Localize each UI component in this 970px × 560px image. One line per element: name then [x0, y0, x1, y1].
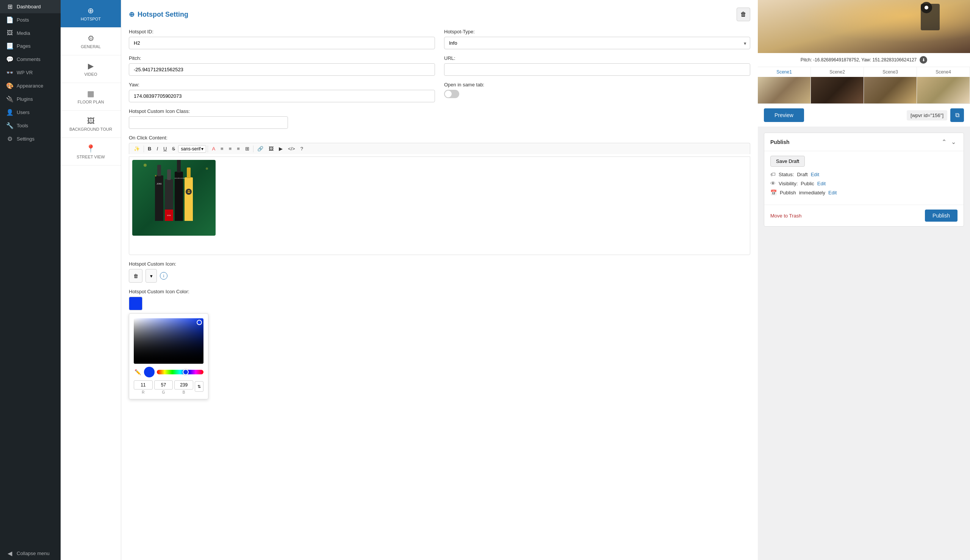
eyedropper-button[interactable]: ✏️ — [134, 368, 142, 376]
sidebar-item-collapse[interactable]: ◀ Collapse menu — [0, 547, 61, 560]
sec-sidebar-street-view[interactable]: 📍 STREET VIEW — [61, 138, 121, 165]
publish-panel: Publish ⌃ ⌄ Save Draft 🏷 Status: Draft E… — [764, 133, 964, 227]
bottle-3: BOURGOGNE — [175, 172, 183, 221]
open-same-tab-toggle[interactable] — [444, 90, 459, 98]
delete-icon: 🗑 — [740, 11, 747, 18]
scene-tab-4[interactable]: Scene4 — [917, 67, 970, 103]
sidebar-item-pages[interactable]: 📃 Pages — [0, 39, 61, 53]
color-circle-preview — [144, 367, 155, 377]
rte-align-btn[interactable]: ≡ — [235, 145, 242, 153]
rte-bullet-btn[interactable]: ≡ — [218, 145, 226, 153]
floor-plan-nav-icon: ▦ — [87, 89, 94, 98]
sec-sidebar-floor-plan[interactable]: ▦ FLOOR PLAN — [61, 83, 121, 111]
rainbow-slider[interactable] — [157, 370, 203, 374]
sidebar-item-posts[interactable]: 📄 Posts — [0, 13, 61, 27]
icon-info-button[interactable]: i — [160, 272, 167, 280]
sec-sidebar-background-tour[interactable]: 🖼 BACKGROUND TOUR — [61, 111, 121, 138]
rte-color-btn[interactable]: A — [210, 145, 217, 153]
delete-hotspot-button[interactable]: 🗑 — [737, 8, 750, 21]
scene-thumb-1 — [758, 77, 810, 103]
rte-link-btn[interactable]: 🔗 — [255, 145, 266, 153]
publish-collapse-up-button[interactable]: ⌃ — [940, 138, 948, 146]
rgb-switch-button[interactable]: ⇅ — [195, 381, 203, 392]
custom-icon-label: Hotspot Custom Icon: — [129, 261, 750, 267]
hotspot-type-select-wrapper: Info Link Custom — [444, 37, 750, 49]
color-swatch[interactable] — [129, 297, 142, 310]
sec-sidebar-general[interactable]: ⚙ GENERAL — [61, 28, 121, 55]
sidebar-item-wpvr[interactable]: 👓 WP VR — [0, 66, 61, 79]
sidebar-item-comments[interactable]: 💬 Comments — [0, 53, 61, 66]
sidebar-item-settings[interactable]: ⚙ Settings — [0, 132, 61, 145]
hotspot-panel: ⊕ Hotspot Setting 🗑 Hotspot ID: Hotspot-… — [121, 0, 758, 407]
hotspot-type-select[interactable]: Info Link Custom — [444, 37, 750, 49]
stove-top — [921, 2, 932, 13]
posts-icon: 📄 — [6, 16, 13, 23]
rte-underline-button[interactable]: U — [161, 145, 169, 153]
sec-sidebar-video[interactable]: ▶ VIDEO — [61, 55, 121, 83]
sec-sidebar-hotspot[interactable]: ⊕ HOTSPOT — [61, 0, 121, 28]
g-input[interactable] — [154, 380, 173, 390]
color-gradient[interactable] — [134, 318, 203, 364]
scene-tab-2[interactable]: Scene2 — [811, 67, 864, 103]
scene-thumb-img-3 — [864, 77, 917, 103]
yaw-input[interactable] — [129, 90, 435, 102]
sidebar-item-appearance[interactable]: 🎨 Appearance — [0, 79, 61, 92]
color-gradient-wrapper — [134, 318, 203, 364]
publish-collapse-down-button[interactable]: ⌄ — [950, 138, 957, 146]
on-click-rte-content[interactable]: JONS WINE BOURGOGNE — [129, 157, 750, 255]
rte-bold-button[interactable]: B — [145, 145, 153, 153]
icon-dropdown-button[interactable]: ▾ — [145, 269, 157, 283]
publish-meta: 🏷 Status: Draft Edit 👁 Visibility: Publi… — [770, 171, 957, 195]
sidebar-item-label: Appearance — [17, 83, 43, 89]
copy-shortcode-button[interactable]: ⧉ — [950, 108, 964, 122]
sidebar-item-dashboard[interactable]: ⊞ Dashboard — [0, 0, 61, 13]
custom-icon-class-input[interactable] — [129, 116, 288, 129]
scene-tab-3[interactable]: Scene3 — [864, 67, 917, 103]
rte-code-btn[interactable]: </> — [286, 145, 297, 153]
sidebar-item-media[interactable]: 🖼 Media — [0, 27, 61, 39]
rainbow-slider-thumb[interactable] — [183, 369, 189, 375]
hotspot-nav-icon: ⊕ — [88, 6, 94, 15]
rte-font-family-dropdown[interactable]: sans-serif ▾ — [178, 145, 206, 153]
rte-numbered-btn[interactable]: ≡ — [227, 145, 234, 153]
url-input[interactable] — [444, 63, 750, 76]
middle-panel: ⊕ Hotspot Setting 🗑 Hotspot ID: Hotspot-… — [121, 0, 758, 560]
rte-table-btn[interactable]: ⊞ — [243, 145, 252, 153]
preview-button[interactable]: Preview — [764, 108, 804, 122]
hotspot-id-input[interactable] — [129, 37, 435, 49]
download-icon[interactable]: ⬇ — [920, 56, 927, 63]
move-trash-link[interactable]: Move to Trash — [770, 213, 802, 218]
background-tour-nav-icon: 🖼 — [87, 117, 95, 125]
bottle-label-4: 😎 — [185, 189, 193, 195]
shortcode-text: [wpvr id="156"] — [907, 110, 947, 120]
publish-when-value: immediately — [799, 190, 825, 195]
save-draft-button[interactable]: Save Draft — [770, 156, 805, 167]
custom-icon-class-group: Hotspot Custom Icon Class: — [129, 108, 750, 129]
rte-italic-button[interactable]: I — [154, 145, 160, 153]
sidebar-item-label: Collapse menu — [17, 550, 50, 556]
r-input[interactable] — [134, 380, 153, 390]
publish-when-edit-link[interactable]: Edit — [828, 190, 837, 195]
status-edit-link[interactable]: Edit — [811, 172, 819, 177]
sidebar-item-tools[interactable]: 🔧 Tools — [0, 119, 61, 132]
publish-status-row: 🏷 Status: Draft Edit — [770, 171, 957, 177]
publish-button[interactable]: Publish — [925, 210, 957, 222]
custom-icon-box[interactable]: 🗑 — [129, 269, 142, 283]
sidebar-item-users[interactable]: 👤 Users — [0, 106, 61, 119]
preview-actions: Preview [wpvr id="156"] ⧉ — [758, 104, 970, 127]
rte-help-btn[interactable]: ? — [298, 145, 305, 153]
hotspot-id-label: Hotspot ID: — [129, 29, 435, 35]
bottle-4: 😎 — [185, 177, 193, 221]
scene-tab-1[interactable]: Scene1 — [758, 67, 811, 103]
rte-strikethrough-button[interactable]: S̶ — [170, 145, 177, 153]
rte-image-btn[interactable]: 🖼 — [267, 145, 276, 153]
pitch-input[interactable] — [129, 63, 435, 76]
b-input[interactable] — [174, 380, 193, 390]
plugins-icon: 🔌 — [6, 95, 13, 103]
rte-magic-btn[interactable]: ✨ — [132, 145, 142, 153]
rte-media-btn[interactable]: ▶ — [277, 145, 285, 153]
sidebar-item-plugins[interactable]: 🔌 Plugins — [0, 92, 61, 106]
bottle-logo: 😎 — [186, 189, 192, 195]
visibility-edit-link[interactable]: Edit — [817, 181, 826, 187]
color-circle-handle[interactable] — [197, 320, 202, 325]
